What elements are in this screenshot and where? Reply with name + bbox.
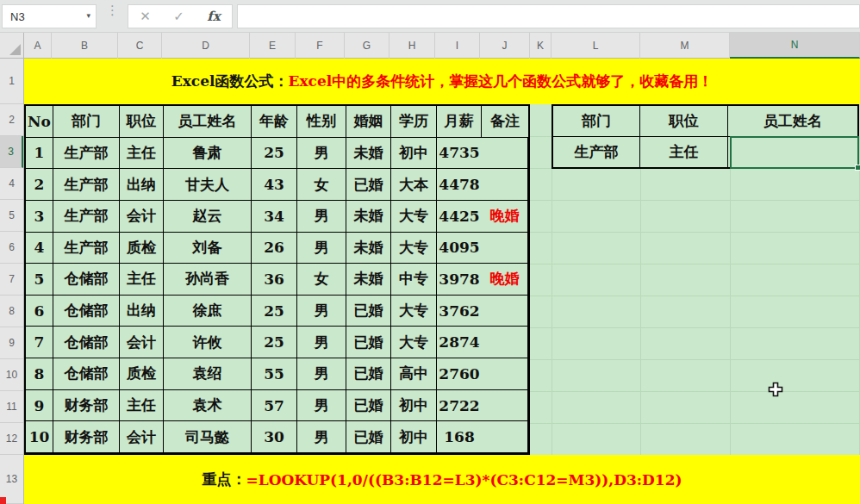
table-cell[interactable]: 刘备 [164,233,252,264]
table-cell[interactable]: 4095 [437,233,482,264]
table-cell[interactable]: 生产部 [53,201,120,233]
worksheet-area[interactable]: Excel函数公式：Excel中的多条件统计，掌握这几个函数公式就够了，收藏备用… [24,59,860,504]
table-cell[interactable]: 3978 [437,264,482,296]
insert-function-icon[interactable]: fx [207,9,220,24]
table-cell[interactable]: 主任 [120,138,164,170]
lookup-header-department[interactable]: 部门 [553,106,640,137]
table-cell[interactable]: 女 [297,169,346,201]
table-cell[interactable]: 主任 [120,264,164,296]
table-cell[interactable]: 168 [437,421,482,453]
table-cell[interactable]: 袁绍 [164,358,252,390]
table-cell[interactable]: 主任 [120,390,164,422]
header-cell-remark[interactable]: 备注 [482,106,528,138]
table-cell[interactable]: 4735 [437,138,482,170]
table-cell[interactable]: 36 [252,264,297,296]
table-cell[interactable]: 生产部 [53,169,120,201]
table-cell[interactable]: 大专 [391,327,437,358]
column-header-c[interactable]: C [118,33,162,59]
table-cell[interactable]: 初中 [391,421,437,453]
table-cell[interactable]: 会计 [120,327,164,358]
lookup-header-name[interactable]: 员工姓名 [728,106,857,137]
table-cell[interactable]: 男 [297,296,346,327]
header-cell-marriage[interactable]: 婚姻 [346,106,391,138]
table-cell[interactable]: 仓储部 [53,296,120,327]
lookup-header-position[interactable]: 职位 [640,106,728,137]
table-cell[interactable]: 仓储部 [53,358,120,390]
table-cell-remark[interactable] [482,358,528,390]
cancel-icon[interactable]: ✕ [140,9,151,24]
column-header-i[interactable]: I [435,33,480,59]
table-cell[interactable]: 会计 [120,421,164,453]
table-cell[interactable]: 25 [252,327,297,358]
column-header-n-selected[interactable]: N [730,33,860,59]
table-cell[interactable]: 生产部 [53,138,120,170]
table-cell[interactable]: 3762 [437,296,482,327]
table-cell[interactable]: 仓储部 [53,264,120,296]
table-cell[interactable]: 未婚 [346,138,391,170]
table-cell[interactable]: 9 [26,390,53,422]
column-header-l[interactable]: L [552,33,640,59]
table-cell[interactable]: 质检 [120,358,164,390]
table-cell[interactable]: 已婚 [346,421,391,453]
header-cell-department[interactable]: 部门 [53,106,120,138]
column-header-e[interactable]: E [250,33,296,59]
table-cell[interactable]: 4425 [437,201,482,233]
table-cell[interactable]: 7 [26,327,53,358]
table-cell[interactable]: 男 [297,201,346,233]
enter-icon[interactable]: ✓ [173,9,184,24]
table-cell-remark[interactable] [482,138,528,170]
column-header-j[interactable]: J [480,33,530,59]
table-cell[interactable]: 未婚 [346,264,391,296]
table-cell[interactable]: 4 [26,233,53,264]
table-cell[interactable]: 未婚 [346,233,391,264]
table-cell[interactable]: 1 [26,138,53,170]
table-cell[interactable]: 已婚 [346,169,391,201]
table-cell[interactable]: 30 [252,421,297,453]
table-cell[interactable]: 司马懿 [164,421,252,453]
header-cell-education[interactable]: 学历 [391,106,437,138]
row-header-4[interactable]: 4 [0,168,23,200]
table-cell[interactable]: 男 [297,358,346,390]
table-cell[interactable]: 男 [297,421,346,453]
column-header-h[interactable]: H [389,33,435,59]
table-cell[interactable]: 3 [26,201,53,233]
table-cell[interactable]: 男 [297,138,346,170]
row-header-11[interactable]: 11 [0,391,23,423]
table-cell[interactable]: 出纳 [120,169,164,201]
header-cell-gender[interactable]: 性别 [297,106,346,138]
table-cell[interactable]: 中专 [391,264,437,296]
row-header-8[interactable]: 8 [0,296,23,327]
header-cell-position[interactable]: 职位 [120,106,164,138]
active-cell-selection[interactable] [730,136,859,169]
row-header-12[interactable]: 12 [0,423,23,455]
table-cell[interactable]: 8 [26,358,53,390]
table-cell[interactable]: 初中 [391,390,437,422]
table-cell[interactable]: 2760 [437,358,482,390]
chevron-down-icon[interactable]: ▾ [86,11,90,20]
header-cell-age[interactable]: 年龄 [252,106,297,138]
table-cell[interactable]: 仓储部 [53,327,120,358]
row-header-1[interactable]: 1 [0,59,23,104]
header-cell-no[interactable]: No [26,106,53,138]
table-cell[interactable]: 25 [252,138,297,170]
row-header-10[interactable]: 10 [0,359,23,391]
column-header-a[interactable]: A [24,33,52,59]
table-cell[interactable]: 高中 [391,358,437,390]
column-header-b[interactable]: B [52,33,118,59]
row-header-7[interactable]: 7 [0,264,23,296]
row-header-2[interactable]: 2 [0,104,23,136]
column-header-d[interactable]: D [162,33,250,59]
formula-input[interactable] [237,4,860,28]
table-cell[interactable]: 2874 [437,327,482,358]
row-header-6[interactable]: 6 [0,232,23,264]
table-cell[interactable]: 未婚 [346,201,391,233]
table-cell-remark[interactable] [482,421,528,453]
table-cell-remark[interactable] [482,233,528,264]
header-cell-salary[interactable]: 月薪 [437,106,482,138]
table-cell[interactable]: 5 [26,264,53,296]
table-cell[interactable]: 26 [252,233,297,264]
select-all-button[interactable] [0,33,24,59]
table-cell[interactable]: 已婚 [346,358,391,390]
table-cell[interactable]: 25 [252,296,297,327]
table-cell-remark[interactable] [482,327,528,358]
